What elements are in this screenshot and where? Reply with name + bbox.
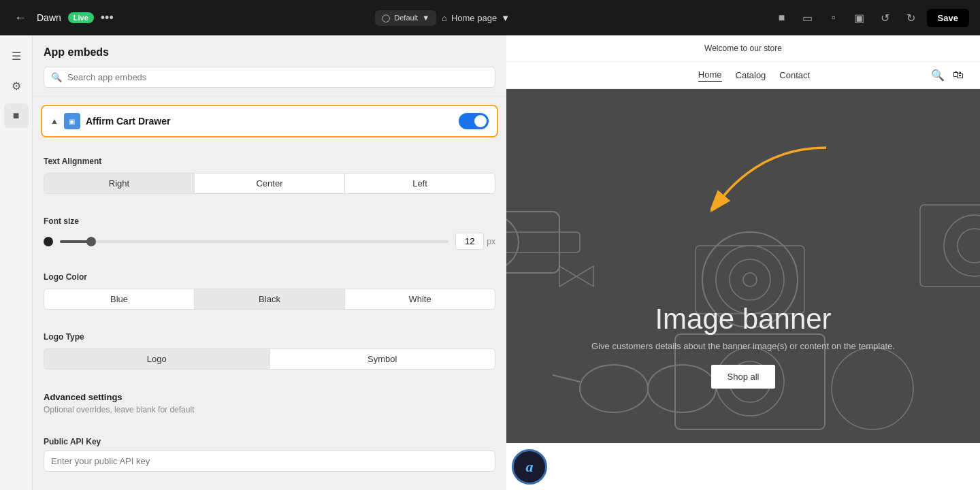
tablet-icon: ▭: [802, 12, 813, 24]
sidebar-content: App embeds 🔍 ▲ ▣ Affirm Cart Drawer: [33, 35, 506, 490]
text-alignment-label: Text Alignment: [44, 157, 495, 166]
logo-color-white-button[interactable]: White: [345, 289, 495, 309]
affirm-logo-circle: a: [512, 449, 547, 485]
banner-title: Image banner: [506, 303, 980, 336]
svg-point-10: [743, 273, 757, 287]
advanced-settings-section: Advanced settings Optional overrides, le…: [33, 381, 506, 426]
chevron-down-icon: ▼: [422, 14, 429, 22]
house-icon: ⌂: [442, 13, 447, 23]
topbar-right: ■ ▭ ▫ ▣ ↺ ↻ Save: [772, 7, 969, 28]
mobile-icon: ▫: [832, 12, 836, 24]
store-cart-icon[interactable]: 🛍: [953, 69, 964, 82]
affirm-title: Affirm Cart Drawer: [86, 116, 170, 127]
font-size-slider-thumb[interactable]: [86, 237, 96, 246]
svg-point-9: [730, 259, 770, 300]
nav-link-contact[interactable]: Contact: [779, 70, 810, 80]
logo-type-logo-button[interactable]: Logo: [44, 349, 270, 369]
font-size-input[interactable]: [455, 233, 484, 250]
search-icon: 🔍: [51, 72, 62, 82]
banner-illustration-svg: [506, 89, 980, 443]
svg-point-17: [958, 229, 980, 263]
banner-cta-button[interactable]: Shop all: [711, 365, 776, 389]
logo-type-group: Logo Symbol: [44, 348, 495, 370]
settings-icon: ⚙: [12, 80, 21, 93]
logo-color-black-button[interactable]: Black: [195, 289, 345, 309]
layout-icon: ▣: [854, 12, 864, 24]
advanced-settings-subtitle: Optional overrides, leave blank for defa…: [44, 405, 495, 414]
more-button[interactable]: •••: [101, 12, 114, 24]
store-banner: Image banner Give customers details abou…: [506, 89, 980, 443]
cart-drawer-section: Custom Cart Drawer Selector: [33, 483, 506, 490]
main-layout: ☰ ⚙ ■ App embeds 🔍 ▲ ▣ A: [0, 35, 980, 490]
sidebar-title: App embeds: [44, 46, 495, 59]
affirm-icon-symbol: ▣: [69, 118, 75, 125]
font-size-row: px: [44, 233, 495, 250]
store-nav-links: Home Catalog Contact: [698, 69, 810, 82]
layout-button[interactable]: ▣: [849, 7, 870, 28]
preview-area: Welcome to our store Home Catalog Contac…: [506, 35, 980, 490]
logo-color-blue-button[interactable]: Blue: [44, 289, 195, 309]
redo-button[interactable]: ↻: [901, 7, 921, 28]
sidebar-apps-icon[interactable]: ■: [4, 103, 29, 128]
page-selector[interactable]: ⌂ Home page ▼: [442, 13, 510, 23]
align-left-button[interactable]: Left: [345, 174, 495, 193]
align-center-button[interactable]: Center: [195, 174, 345, 193]
banner-background: [506, 89, 980, 443]
undo-icon: ↺: [881, 12, 889, 24]
logo-type-section: Logo Type Logo Symbol: [33, 321, 506, 381]
svg-point-16: [944, 215, 980, 276]
logo-color-section: Logo Color Blue Black White: [33, 261, 506, 321]
apps-icon: ■: [13, 110, 20, 122]
text-alignment-section: Text Alignment Right Center Left: [33, 146, 506, 206]
tablet-view-button[interactable]: ▭: [798, 7, 818, 28]
globe-icon: ◯: [382, 14, 390, 22]
sidebar-icons: ☰ ⚙ ■: [0, 35, 33, 490]
back-button[interactable]: ←: [11, 8, 30, 27]
redo-icon: ↻: [906, 12, 915, 24]
advanced-settings-title: Advanced settings: [44, 392, 495, 402]
affirm-app-icon: ▣: [64, 113, 80, 129]
undo-button[interactable]: ↺: [875, 7, 896, 28]
font-size-input-wrap: px: [455, 233, 495, 250]
live-badge: Live: [68, 12, 94, 23]
affirm-header[interactable]: ▲ ▣ Affirm Cart Drawer: [42, 106, 497, 136]
sidebar-settings-icon[interactable]: ⚙: [4, 74, 29, 98]
affirm-header-left: ▲ ▣ Affirm Cart Drawer: [50, 113, 170, 129]
default-selector[interactable]: ◯ Default ▼: [375, 10, 436, 26]
default-label: Default: [394, 14, 418, 22]
back-icon: ←: [14, 11, 27, 25]
text-alignment-group: Right Center Left: [44, 173, 495, 194]
sidebar-header: App embeds 🔍: [33, 35, 506, 97]
mobile-view-button[interactable]: ▫: [823, 7, 844, 28]
align-right-button[interactable]: Right: [44, 174, 195, 193]
topbar-center: ◯ Default ▼ ⌂ Home page ▼: [375, 10, 510, 26]
store-nav: Home Catalog Contact 🔍 🛍: [506, 62, 980, 89]
search-box: 🔍: [44, 67, 495, 88]
topbar-left: ← Dawn Live •••: [11, 8, 114, 27]
font-size-unit: px: [487, 237, 495, 246]
font-size-slider-track: [60, 240, 448, 243]
theme-name: Dawn: [37, 12, 61, 23]
affirm-collapse-button[interactable]: ▲: [50, 116, 59, 126]
affirm-toggle[interactable]: [459, 113, 489, 129]
preview-inner: Welcome to our store Home Catalog Contac…: [506, 35, 980, 490]
banner-subtitle: Give customers details about the banner …: [506, 341, 980, 351]
svg-rect-15: [920, 205, 980, 287]
save-button[interactable]: Save: [927, 9, 969, 27]
search-input[interactable]: [67, 72, 488, 82]
sidebar-nav-icon[interactable]: ☰: [4, 44, 29, 68]
logo-color-label: Logo Color: [44, 272, 495, 282]
nav-link-catalog[interactable]: Catalog: [736, 70, 766, 80]
font-size-section: Font size px: [33, 206, 506, 261]
desktop-icon: ■: [779, 12, 785, 24]
api-key-input[interactable]: [44, 451, 495, 472]
font-size-label: Font size: [44, 216, 495, 226]
store-nav-icons: 🔍 🛍: [931, 69, 964, 82]
store-search-icon[interactable]: 🔍: [931, 69, 945, 82]
page-label: Home page: [451, 13, 497, 23]
nav-link-home[interactable]: Home: [698, 69, 722, 82]
desktop-view-button[interactable]: ■: [772, 7, 792, 28]
topbar: ← Dawn Live ••• ◯ Default ▼ ⌂ Home page …: [0, 0, 980, 35]
logo-type-symbol-button[interactable]: Symbol: [270, 349, 495, 369]
api-key-label: Public API Key: [44, 437, 495, 446]
